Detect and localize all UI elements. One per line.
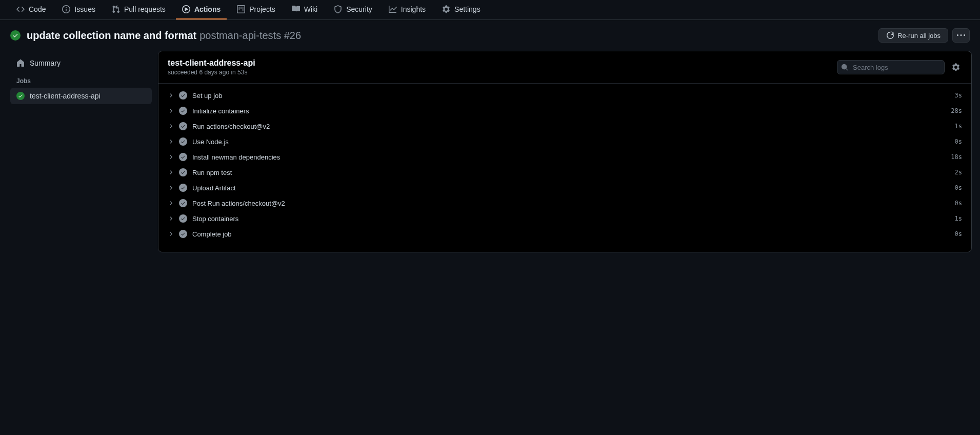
more-actions-button[interactable] <box>952 28 970 43</box>
success-status-icon <box>179 137 187 146</box>
tab-pull-requests[interactable]: Pull requests <box>106 0 172 19</box>
chevron-right-icon <box>168 92 174 98</box>
workflow-run-name: postman-api-tests #26 <box>199 30 301 42</box>
gear-icon <box>952 63 960 71</box>
pr-icon <box>112 5 120 13</box>
rerun-all-button[interactable]: Re-run all jobs <box>878 28 948 43</box>
search-icon <box>841 64 848 71</box>
log-panel: test-client-address-api succeeded 6 days… <box>158 51 972 252</box>
success-status-icon <box>179 230 187 238</box>
project-icon <box>237 5 245 13</box>
chevron-right-icon <box>168 215 174 222</box>
tab-insights[interactable]: Insights <box>383 0 432 19</box>
tab-security[interactable]: Security <box>328 0 378 19</box>
step-row[interactable]: Initialize containers28s <box>158 103 971 118</box>
success-status-icon <box>179 199 187 207</box>
search-logs-input[interactable] <box>837 60 945 74</box>
step-name: Use Node.js <box>192 138 950 146</box>
step-duration: 18s <box>951 153 962 161</box>
tab-label: Actions <box>194 5 221 13</box>
issue-icon <box>62 5 70 13</box>
summary-link[interactable]: Summary <box>10 55 152 71</box>
success-status-icon <box>179 214 187 223</box>
tab-projects[interactable]: Projects <box>231 0 282 19</box>
book-icon <box>292 5 300 13</box>
button-label: Re-run all jobs <box>897 32 941 39</box>
step-name: Set up job <box>192 92 950 100</box>
jobs-heading: Jobs <box>10 71 152 88</box>
step-row[interactable]: Set up job3s <box>158 88 971 103</box>
tab-settings[interactable]: Settings <box>436 0 487 19</box>
home-icon <box>16 59 25 67</box>
step-duration: 3s <box>955 92 962 99</box>
step-name: Post Run actions/checkout@v2 <box>192 200 950 207</box>
chevron-right-icon <box>168 169 174 175</box>
step-name: Install newman dependencies <box>192 153 946 161</box>
step-duration: 2s <box>955 169 962 176</box>
step-row[interactable]: Post Run actions/checkout@v20s <box>158 195 971 211</box>
success-status-icon <box>179 153 187 161</box>
step-name: Run actions/checkout@v2 <box>192 123 950 130</box>
success-status-icon <box>10 30 21 41</box>
step-duration: 1s <box>955 215 962 222</box>
kebab-icon <box>957 31 965 39</box>
chevron-right-icon <box>168 185 174 191</box>
workflow-header: update collection name and format postma… <box>0 20 980 51</box>
success-status-icon <box>179 184 187 192</box>
step-duration: 0s <box>955 230 962 238</box>
step-row[interactable]: Use Node.js0s <box>158 134 971 149</box>
tab-wiki[interactable]: Wiki <box>286 0 324 19</box>
step-name: Run npm test <box>192 169 950 176</box>
tab-actions[interactable]: Actions <box>176 0 227 19</box>
step-row[interactable]: Run npm test2s <box>158 165 971 180</box>
step-duration: 28s <box>951 107 962 114</box>
tab-code[interactable]: Code <box>10 0 52 19</box>
sync-icon <box>886 31 894 39</box>
sidebar-job-item[interactable]: test-client-address-api <box>10 88 152 104</box>
step-row[interactable]: Stop containers1s <box>158 211 971 226</box>
step-row[interactable]: Upload Artifact0s <box>158 180 971 195</box>
step-row[interactable]: Complete job0s <box>158 226 971 242</box>
gear-icon <box>442 5 450 13</box>
log-settings-button[interactable] <box>950 61 962 73</box>
chevron-right-icon <box>168 123 174 129</box>
tab-label: Projects <box>249 5 275 13</box>
success-status-icon <box>179 107 187 115</box>
step-row[interactable]: Install newman dependencies18s <box>158 149 971 165</box>
tab-issues[interactable]: Issues <box>56 0 101 19</box>
play-icon <box>182 5 190 13</box>
tab-label: Insights <box>401 5 426 13</box>
jobs-sidebar: Summary Jobs test-client-address-api <box>4 51 158 252</box>
job-status-text: succeeded 6 days ago in 53s <box>168 69 255 76</box>
tab-label: Pull requests <box>124 5 166 13</box>
workflow-title: update collection name and format <box>27 30 196 42</box>
success-status-icon <box>179 168 187 176</box>
job-title: test-client-address-api <box>168 58 255 68</box>
tab-label: Code <box>29 5 46 13</box>
success-status-icon <box>179 91 187 100</box>
tab-label: Security <box>346 5 372 13</box>
step-duration: 1s <box>955 123 962 130</box>
step-name: Stop containers <box>192 215 950 223</box>
steps-list: Set up job3sInitialize containers28sRun … <box>158 84 971 252</box>
success-status-icon <box>179 122 187 130</box>
step-duration: 0s <box>955 200 962 207</box>
graph-icon <box>389 5 397 13</box>
step-row[interactable]: Run actions/checkout@v21s <box>158 118 971 134</box>
step-name: Upload Artifact <box>192 184 950 192</box>
job-label: test-client-address-api <box>30 92 101 100</box>
code-icon <box>16 5 25 13</box>
chevron-right-icon <box>168 108 174 114</box>
step-name: Complete job <box>192 230 950 238</box>
tab-label: Settings <box>454 5 481 13</box>
tab-label: Issues <box>74 5 95 13</box>
repo-nav: Code Issues Pull requests Actions Projec… <box>0 0 980 20</box>
tab-label: Wiki <box>304 5 317 13</box>
shield-icon <box>334 5 342 13</box>
chevron-right-icon <box>168 139 174 145</box>
chevron-right-icon <box>168 154 174 160</box>
step-duration: 0s <box>955 184 962 191</box>
success-status-icon <box>16 92 25 100</box>
step-name: Initialize containers <box>192 107 946 115</box>
chevron-right-icon <box>168 231 174 237</box>
